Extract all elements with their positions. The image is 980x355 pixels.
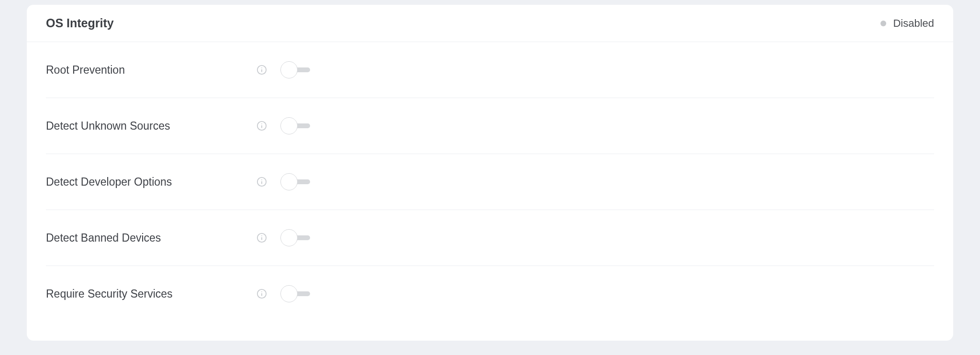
setting-row-banned-devices: Detect Banned Devices (46, 210, 934, 266)
setting-controls (256, 61, 311, 78)
toggle-developer-options[interactable] (280, 173, 311, 190)
status-text: Disabled (893, 17, 934, 30)
toggle-banned-devices[interactable] (280, 229, 311, 246)
toggle-unknown-sources[interactable] (280, 117, 311, 134)
setting-row-developer-options: Detect Developer Options (46, 154, 934, 210)
info-icon[interactable] (256, 177, 267, 187)
svg-point-8 (261, 179, 262, 180)
svg-point-14 (261, 291, 262, 292)
setting-controls (256, 285, 311, 302)
toggle-knob (280, 117, 298, 134)
panel-title: OS Integrity (46, 16, 114, 30)
setting-row-unknown-sources: Detect Unknown Sources (46, 98, 934, 154)
panel-body: Root Prevention Detect Unknown Sources (27, 42, 953, 317)
panel-header: OS Integrity Disabled (27, 5, 953, 42)
svg-point-2 (261, 67, 262, 68)
setting-label: Require Security Services (46, 288, 256, 300)
setting-label: Detect Developer Options (46, 176, 256, 189)
panel-status: Disabled (880, 17, 934, 30)
toggle-root-prevention[interactable] (280, 61, 311, 78)
setting-label: Detect Unknown Sources (46, 120, 256, 133)
os-integrity-panel: OS Integrity Disabled Root Prevention (27, 5, 953, 341)
svg-point-11 (261, 235, 262, 236)
toggle-security-services[interactable] (280, 285, 311, 302)
setting-row-security-services: Require Security Services (46, 266, 934, 317)
setting-controls (256, 173, 311, 190)
setting-label: Root Prevention (46, 64, 256, 77)
info-icon[interactable] (256, 65, 267, 75)
toggle-knob (280, 229, 298, 246)
setting-row-root-prevention: Root Prevention (46, 42, 934, 98)
toggle-knob (280, 285, 298, 302)
setting-controls (256, 229, 311, 246)
info-icon[interactable] (256, 288, 267, 299)
setting-label: Detect Banned Devices (46, 232, 256, 244)
info-icon[interactable] (256, 121, 267, 131)
info-icon[interactable] (256, 233, 267, 243)
setting-controls (256, 117, 311, 134)
toggle-knob (280, 173, 298, 190)
status-dot-icon (880, 21, 886, 26)
svg-point-5 (261, 123, 262, 124)
toggle-knob (280, 61, 298, 78)
